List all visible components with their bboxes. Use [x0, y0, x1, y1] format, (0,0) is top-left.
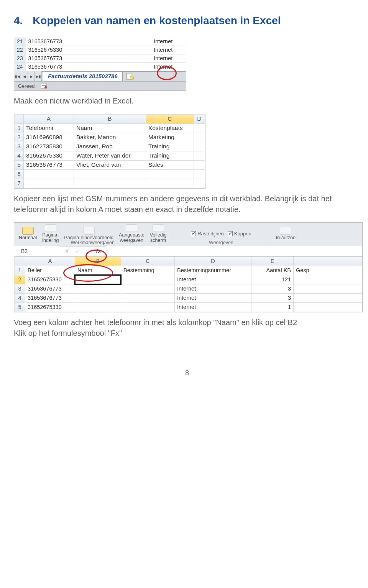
- cell[interactable]: 31653676773: [25, 284, 75, 293]
- column-header[interactable]: C: [146, 114, 194, 123]
- row-header[interactable]: 6: [15, 169, 24, 179]
- cell[interactable]: [194, 179, 205, 188]
- cell[interactable]: [75, 302, 121, 312]
- cell[interactable]: [146, 179, 194, 188]
- cell[interactable]: [75, 284, 121, 293]
- cell[interactable]: [121, 284, 175, 293]
- cell[interactable]: Internet: [151, 62, 186, 71]
- active-sheet-tab[interactable]: Factuurdetails 201502786: [43, 71, 123, 81]
- column-header[interactable]: B: [75, 256, 121, 266]
- cell[interactable]: Training: [146, 142, 194, 151]
- column-header[interactable]: A: [25, 256, 75, 266]
- column-header[interactable]: D: [175, 256, 251, 266]
- cell[interactable]: [294, 293, 362, 302]
- view-normal-button[interactable]: Normaal: [18, 227, 38, 240]
- cell[interactable]: 31652675330: [25, 302, 75, 312]
- cell[interactable]: Beller: [25, 266, 75, 275]
- cell[interactable]: [194, 169, 205, 179]
- cell[interactable]: 31622735830: [24, 142, 74, 151]
- cell[interactable]: [194, 151, 205, 160]
- cell[interactable]: Aantal KB: [251, 266, 294, 275]
- cell[interactable]: Kostenplaats: [146, 123, 194, 133]
- cell[interactable]: 3: [251, 293, 294, 302]
- cell[interactable]: Water, Peter van der: [74, 151, 146, 160]
- cell[interactable]: 31653676773: [26, 37, 72, 46]
- cell[interactable]: 31653676773: [26, 62, 72, 71]
- cell[interactable]: Internet: [175, 284, 251, 293]
- cell[interactable]: [121, 275, 175, 284]
- cell[interactable]: 31653676773: [24, 160, 74, 169]
- cell[interactable]: Internet: [151, 54, 186, 62]
- fx-label[interactable]: fx: [95, 248, 102, 254]
- cell[interactable]: [72, 37, 151, 46]
- column-header[interactable]: A: [24, 114, 74, 123]
- cell[interactable]: Sales: [146, 160, 194, 169]
- cell[interactable]: 3: [251, 284, 294, 293]
- row-header[interactable]: 3: [15, 142, 24, 151]
- cell[interactable]: Internet: [175, 302, 251, 312]
- cell[interactable]: 31652675330: [24, 151, 74, 160]
- view-fullscreen-button[interactable]: Volledig scherm: [149, 224, 168, 243]
- cell[interactable]: Janssen, Rob: [74, 142, 146, 151]
- cell[interactable]: [194, 133, 205, 142]
- cell[interactable]: [194, 142, 205, 151]
- cell[interactable]: [24, 179, 74, 188]
- column-header[interactable]: E: [251, 256, 294, 266]
- cell[interactable]: 31653676773: [25, 293, 75, 302]
- cell[interactable]: Naam: [75, 266, 121, 275]
- row-header[interactable]: 7: [15, 179, 24, 188]
- cell[interactable]: 31652675330: [25, 275, 75, 284]
- column-header[interactable]: B: [74, 114, 146, 123]
- cell[interactable]: Internet: [151, 37, 186, 46]
- cell[interactable]: 31652675330: [26, 46, 72, 54]
- cell[interactable]: Bakker, Marion: [74, 133, 146, 142]
- row-header[interactable]: 23: [14, 54, 26, 62]
- column-header[interactable]: D: [194, 114, 205, 123]
- cell[interactable]: Marketing: [146, 133, 194, 142]
- cell[interactable]: 31616960898: [24, 133, 74, 142]
- new-sheet-button[interactable]: [125, 71, 136, 81]
- row-header[interactable]: 21: [14, 37, 26, 46]
- prev-sheet-button[interactable]: ◀: [21, 71, 28, 81]
- cell[interactable]: [74, 169, 146, 179]
- cell[interactable]: [194, 160, 205, 169]
- row-header[interactable]: 1: [15, 123, 24, 133]
- cell[interactable]: [72, 62, 151, 71]
- select-all-corner[interactable]: [15, 114, 24, 123]
- formula-input[interactable]: [105, 246, 362, 256]
- cell[interactable]: [75, 275, 121, 284]
- row-header[interactable]: 4: [15, 293, 25, 302]
- row-header[interactable]: 4: [15, 151, 24, 160]
- next-sheet-button[interactable]: ▶: [28, 71, 35, 81]
- cancel-formula-button[interactable]: ✕: [62, 248, 70, 254]
- cell[interactable]: Vliet, Gerard van: [74, 160, 146, 169]
- row-header[interactable]: 3: [15, 284, 25, 293]
- row-header[interactable]: 24: [14, 62, 26, 71]
- cell[interactable]: [72, 54, 151, 62]
- cell[interactable]: Internet: [175, 275, 251, 284]
- cell[interactable]: Bestemming: [121, 266, 175, 275]
- column-header[interactable]: C: [121, 256, 175, 266]
- cell[interactable]: 1: [251, 302, 294, 312]
- cell[interactable]: Internet: [151, 46, 186, 54]
- zoom-button[interactable]: In-/uitzoo: [275, 227, 296, 240]
- cell[interactable]: Internet: [175, 293, 251, 302]
- cell[interactable]: Telefoonnr: [24, 123, 74, 133]
- cell[interactable]: [294, 302, 362, 312]
- column-header[interactable]: [294, 256, 362, 266]
- checkbox-headings[interactable]: ✔Koppen: [228, 231, 251, 237]
- view-pagelayout-button[interactable]: Pagina- indeling: [41, 224, 59, 243]
- row-header[interactable]: 2: [15, 275, 25, 284]
- cell[interactable]: [294, 284, 362, 293]
- last-sheet-button[interactable]: ▶▮: [35, 71, 42, 81]
- cell[interactable]: Training: [146, 151, 194, 160]
- row-header[interactable]: 22: [14, 46, 26, 54]
- first-sheet-button[interactable]: ▮◀: [14, 71, 21, 81]
- select-all-corner[interactable]: [15, 256, 25, 266]
- row-header[interactable]: 1: [15, 266, 25, 275]
- view-custom-button[interactable]: Aangepaste weergaven: [118, 224, 145, 243]
- cell[interactable]: [24, 169, 74, 179]
- cell[interactable]: [75, 293, 121, 302]
- cell[interactable]: [121, 293, 175, 302]
- cell[interactable]: [74, 179, 146, 188]
